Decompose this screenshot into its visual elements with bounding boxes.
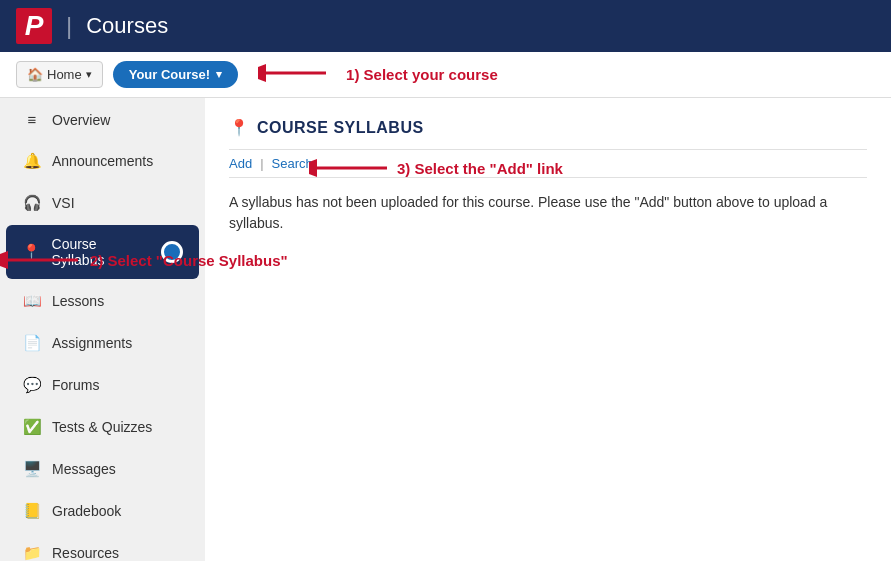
content-links-bar: Add | Search 3) Select the "Add" link — [229, 149, 867, 178]
add-instruction: 3) Select the "Add" link — [397, 160, 563, 177]
sidebar-item-label: Forums — [52, 377, 99, 393]
active-indicator — [161, 241, 183, 263]
toolbar: 🏠 Home ▾ Your Course! ▾ 1) Select your c… — [0, 52, 891, 98]
sidebar-item-label: Assignments — [52, 335, 132, 351]
home-button[interactable]: 🏠 Home ▾ — [16, 61, 103, 88]
logo: P — [16, 8, 52, 44]
sidebar-item-label: Tests & Quizzes — [52, 419, 152, 435]
sidebar-item-messages[interactable]: 🖥️ Messages — [6, 449, 199, 489]
main-layout: ≡ Overview 🔔 Announcements 🎧 VSI 📍 Cours… — [0, 98, 891, 561]
header-divider: | — [66, 12, 72, 40]
sidebar-item-vsi[interactable]: 🎧 VSI — [6, 183, 199, 223]
header: P | Courses — [0, 0, 891, 52]
home-label: Home — [47, 67, 82, 82]
tests-icon: ✅ — [22, 418, 42, 436]
course-label: Your Course! — [129, 67, 210, 82]
sidebar-item-assignments[interactable]: 📄 Assignments — [6, 323, 199, 363]
home-chevron-icon: ▾ — [86, 68, 92, 81]
add-link[interactable]: Add — [229, 156, 252, 171]
header-title: Courses — [86, 13, 168, 39]
overview-icon: ≡ — [22, 111, 42, 128]
assignments-icon: 📄 — [22, 334, 42, 352]
lessons-icon: 📖 — [22, 292, 42, 310]
sidebar-item-label: Resources — [52, 545, 119, 561]
content-pin-icon: 📍 — [229, 118, 249, 137]
sidebar-item-resources[interactable]: 📁 Resources — [6, 533, 199, 561]
sidebar-item-label: VSI — [52, 195, 75, 211]
home-icon: 🏠 — [27, 67, 43, 82]
course-chevron-icon: ▾ — [216, 68, 222, 81]
sidebar-item-label: Course Syllabus — [52, 236, 151, 268]
link-divider: | — [260, 156, 263, 171]
content-title: 📍 Course Syllabus — [229, 118, 867, 137]
forums-icon: 💬 — [22, 376, 42, 394]
sidebar-item-forums[interactable]: 💬 Forums — [6, 365, 199, 405]
resources-icon: 📁 — [22, 544, 42, 561]
add-arrow: 3) Select the "Add" link — [309, 154, 563, 182]
course-syllabus-icon: 📍 — [22, 243, 42, 261]
announcements-icon: 🔔 — [22, 152, 42, 170]
search-link[interactable]: Search — [272, 156, 313, 171]
gradebook-icon: 📒 — [22, 502, 42, 520]
sidebar: ≡ Overview 🔔 Announcements 🎧 VSI 📍 Cours… — [0, 98, 205, 561]
course-button[interactable]: Your Course! ▾ — [113, 61, 238, 88]
sidebar-item-tests-quizzes[interactable]: ✅ Tests & Quizzes — [6, 407, 199, 447]
sidebar-item-label: Overview — [52, 112, 110, 128]
toolbar-instruction: 1) Select your course — [346, 66, 498, 83]
sidebar-item-announcements[interactable]: 🔔 Announcements — [6, 141, 199, 181]
sidebar-item-overview[interactable]: ≡ Overview — [6, 100, 199, 139]
sidebar-item-label: Messages — [52, 461, 116, 477]
vsi-icon: 🎧 — [22, 194, 42, 212]
sidebar-item-course-syllabus[interactable]: 📍 Course Syllabus — [6, 225, 199, 279]
sidebar-item-gradebook[interactable]: 📒 Gradebook — [6, 491, 199, 531]
messages-icon: 🖥️ — [22, 460, 42, 478]
sidebar-item-label: Lessons — [52, 293, 104, 309]
content-heading: Course Syllabus — [257, 119, 424, 137]
sidebar-item-lessons[interactable]: 📖 Lessons — [6, 281, 199, 321]
toolbar-arrow — [258, 61, 328, 88]
sidebar-item-label: Gradebook — [52, 503, 121, 519]
content-message: A syllabus has not been uploaded for thi… — [229, 192, 867, 234]
content-area: 📍 Course Syllabus Add | Search 3) Select… — [205, 98, 891, 561]
sidebar-item-label: Announcements — [52, 153, 153, 169]
